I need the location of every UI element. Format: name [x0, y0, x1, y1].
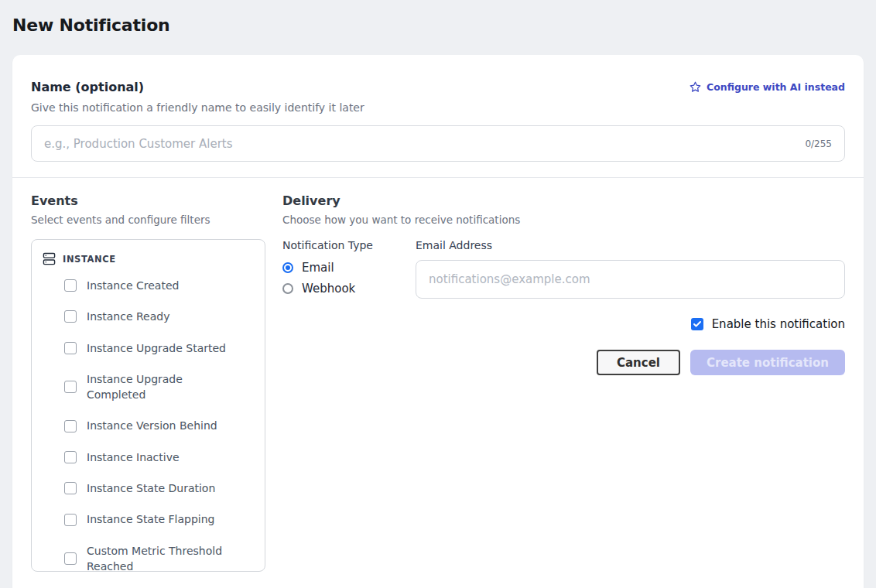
event-checkbox[interactable] [64, 381, 77, 393]
event-item-label: Instance State Flapping [87, 511, 214, 527]
event-checkbox[interactable] [64, 514, 77, 526]
name-field-description: Give this notification a friendly name t… [31, 101, 845, 114]
radio-option-label: Webhook [302, 282, 355, 296]
notification-type-label: Notification Type [282, 239, 416, 251]
configure-with-ai-label: Configure with AI instead [707, 81, 845, 93]
email-address-label: Email Address [416, 239, 845, 251]
event-item[interactable]: Instance Inactive [41, 442, 255, 473]
event-checkbox[interactable] [64, 451, 77, 463]
event-item[interactable]: Instance Upgrade Started [41, 333, 255, 364]
event-item-label: Instance Upgrade Completed [87, 371, 234, 403]
create-notification-button[interactable]: Create notification [690, 350, 845, 375]
name-section: Name (optional) Configure with AI instea… [12, 55, 864, 177]
event-checkbox[interactable] [64, 279, 77, 292]
name-field-label: Name (optional) [31, 80, 144, 94]
events-description: Select events and configure filters [31, 214, 265, 226]
server-icon [43, 252, 56, 265]
page-title: New Notification [12, 15, 864, 35]
event-checkbox[interactable] [64, 482, 77, 494]
delivery-column: Delivery Choose how you want to receive … [282, 193, 845, 572]
notification-type-option[interactable]: Email [282, 261, 416, 275]
notification-type-options: Email Webhook [282, 261, 416, 296]
enable-notification-checkbox[interactable] [691, 318, 703, 330]
events-list: INSTANCE Instance Created Instance Ready… [31, 239, 265, 572]
page: New Notification Name (optional) Configu… [0, 0, 876, 588]
event-item[interactable]: Custom Metric Threshold Reached [41, 535, 255, 572]
event-item-label: Instance Ready [87, 309, 169, 324]
radio-icon[interactable] [282, 262, 293, 273]
events-heading: Events [31, 193, 265, 208]
delivery-description: Choose how you want to receive notificat… [282, 214, 845, 226]
event-checkbox[interactable] [64, 552, 77, 565]
name-input[interactable] [44, 137, 796, 151]
name-input-wrap: 0/255 [31, 125, 845, 162]
event-item[interactable]: Instance Created [41, 270, 255, 301]
event-checkbox[interactable] [64, 420, 77, 432]
event-item[interactable]: Instance Version Behind [41, 410, 255, 441]
configure-with-ai-link[interactable]: Configure with AI instead [690, 81, 845, 93]
event-checkbox[interactable] [64, 310, 77, 323]
event-item[interactable]: Instance Upgrade Completed [41, 364, 255, 411]
enable-notification-label: Enable this notification [712, 317, 845, 331]
char-counter: 0/255 [805, 138, 832, 149]
events-column: Events Select events and configure filte… [31, 193, 265, 572]
event-item-label: Instance Inactive [87, 450, 180, 465]
radio-icon[interactable] [282, 283, 293, 294]
event-checkbox[interactable] [64, 342, 77, 354]
radio-option-label: Email [302, 261, 334, 275]
event-group-name: INSTANCE [63, 254, 116, 265]
email-address-input[interactable] [416, 260, 845, 299]
event-item-label: Instance State Duration [87, 480, 215, 496]
enable-notification-row[interactable]: Enable this notification [282, 317, 845, 331]
notification-type-option[interactable]: Webhook [282, 282, 416, 296]
event-item-label: Instance Created [87, 278, 179, 293]
event-item[interactable]: Instance State Duration [41, 473, 255, 504]
event-item-label: Custom Metric Threshold Reached [87, 543, 234, 572]
event-item-label: Instance Upgrade Started [87, 340, 226, 356]
check-icon [693, 317, 702, 332]
delivery-heading: Delivery [282, 193, 845, 208]
star-icon [690, 81, 701, 93]
event-item-label: Instance Version Behind [87, 418, 217, 433]
event-item[interactable]: Instance State Flapping [41, 504, 255, 535]
cancel-button[interactable]: Cancel [597, 350, 680, 375]
new-notification-card: Name (optional) Configure with AI instea… [12, 55, 864, 588]
event-item[interactable]: Instance Ready [41, 301, 255, 332]
event-group-header: INSTANCE [41, 248, 255, 270]
